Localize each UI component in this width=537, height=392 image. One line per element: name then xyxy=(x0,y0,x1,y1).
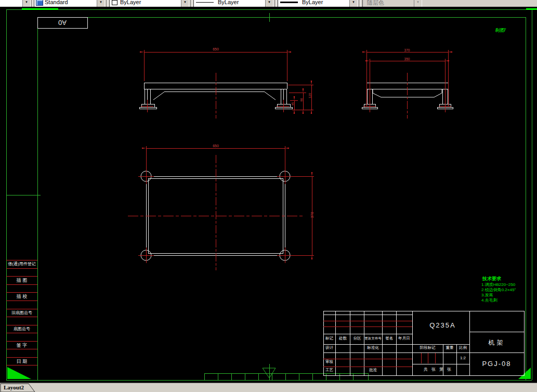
color-value: ByLayer xyxy=(120,0,141,5)
lineweight-combo[interactable]: ByLayer ▼ xyxy=(278,0,358,7)
dim-side-width-inner: 350 xyxy=(399,57,415,61)
part-name: 机架 xyxy=(470,338,523,347)
role-standardization: 标准化 xyxy=(364,345,382,350)
sheets-total-label: 共 xyxy=(422,367,429,372)
rev-header-date: 年月日 xyxy=(396,336,412,341)
strip-label-tracing-check: 描 校 xyxy=(7,293,37,300)
material-label: Q235A xyxy=(416,321,469,329)
properties-toolbar: ▼ Standard ▼ ByLayer ▼ ByLayer ▼ ByLayer… xyxy=(0,0,537,7)
text-style-icon xyxy=(36,0,43,6)
chevron-down-icon[interactable]: ▼ xyxy=(265,0,273,7)
rev-header-zone: 分区 xyxy=(350,336,364,341)
trim-mark-bottom-left xyxy=(7,367,31,379)
toolbar-separator xyxy=(274,0,277,7)
trim-mark-bottom-right xyxy=(518,368,531,379)
cad-window: A0 制图/ 技术要求 1.调质HB220~250 2.锐边倒角0.2×45° … xyxy=(0,0,537,392)
dimensions-red xyxy=(128,50,451,270)
strip-label-signature: 签 字 xyxy=(7,342,37,349)
drawing-number: PGJ-08 xyxy=(470,360,523,368)
chevron-down-icon[interactable]: ▼ xyxy=(349,0,357,7)
strip-label-borrowed-parts: 借(通)用件登记 xyxy=(7,261,37,267)
sheet-number-unit: 张 xyxy=(446,367,453,372)
sheet-size-label: A0 xyxy=(49,19,75,27)
role-approve: 批准 xyxy=(364,368,382,373)
dim-front-width: 650 xyxy=(208,47,224,51)
rev-header-signature: 签名 xyxy=(383,336,396,341)
dim-front-height-foot: 45 xyxy=(291,99,294,109)
rev-header-change-doc: 更改文件号 xyxy=(364,336,382,341)
role-design: 设计 xyxy=(323,345,335,350)
layout-tab-bar: Layout2 xyxy=(0,383,537,392)
rev-header-count: 处数 xyxy=(336,336,350,341)
dim-plan-depth: 370 xyxy=(310,209,314,221)
role-review: 审核 xyxy=(323,359,335,364)
chevron-down-icon: ▼ xyxy=(414,0,422,7)
chevron-down-icon[interactable]: ▼ xyxy=(22,0,30,7)
sheets-total-unit: 张 xyxy=(430,367,437,372)
toolbar-separator xyxy=(106,0,108,7)
chevron-down-icon[interactable]: ▼ xyxy=(97,0,104,7)
dim-front-height-total: 120 xyxy=(308,90,311,101)
strip-label-tracing: 描 图 xyxy=(7,277,37,284)
plot-style-value: 随层色 xyxy=(367,0,384,7)
drawing-geometry xyxy=(0,0,537,392)
strip-label-date: 日 期 xyxy=(7,358,37,365)
weight-label: 重量 xyxy=(443,345,456,350)
tech-requirement-item: 4.去毛刺 xyxy=(481,297,497,303)
corner-signature-note: 制图/ xyxy=(495,27,506,34)
lineweight-icon xyxy=(280,2,298,3)
plot-style-combo: 随层色 ▼ xyxy=(362,0,422,7)
linetype-value: ByLayer xyxy=(218,0,239,5)
rev-header-mark: 标记 xyxy=(323,336,335,341)
role-process: 工艺 xyxy=(323,368,335,373)
dim-plan-width: 650 xyxy=(208,144,224,148)
scale-label: 比例 xyxy=(457,345,469,350)
toolbar-separator xyxy=(31,0,33,7)
toolbar-separator xyxy=(359,0,361,7)
text-style-value: Standard xyxy=(45,0,68,5)
scale-value: 1:2 xyxy=(457,356,469,360)
lineweight-value: ByLayer xyxy=(302,0,323,5)
dim-front-height-mid: 80 xyxy=(300,95,303,105)
linetype-icon xyxy=(196,2,214,3)
chevron-down-icon[interactable]: ▼ xyxy=(181,0,189,7)
sheet-number-label: 第 xyxy=(438,367,445,372)
linetype-combo[interactable]: ByLayer ▼ xyxy=(193,0,273,7)
dim-side-width-outer: 370 xyxy=(399,48,415,52)
text-style-combo[interactable]: Standard ▼ xyxy=(34,0,105,7)
toolbar-separator xyxy=(190,0,192,7)
color-combo[interactable]: ByLayer ▼ xyxy=(109,0,189,7)
stage-mark-label: 阶段标记 xyxy=(413,345,442,350)
leftmost-combo[interactable]: ▼ xyxy=(0,0,31,7)
strip-label-base-no: 底图总号 xyxy=(7,326,37,332)
tab-layout2[interactable]: Layout2 xyxy=(4,384,24,390)
strip-label-old-base-no: 旧底图总号 xyxy=(7,310,37,316)
color-swatch-icon xyxy=(112,0,117,5)
